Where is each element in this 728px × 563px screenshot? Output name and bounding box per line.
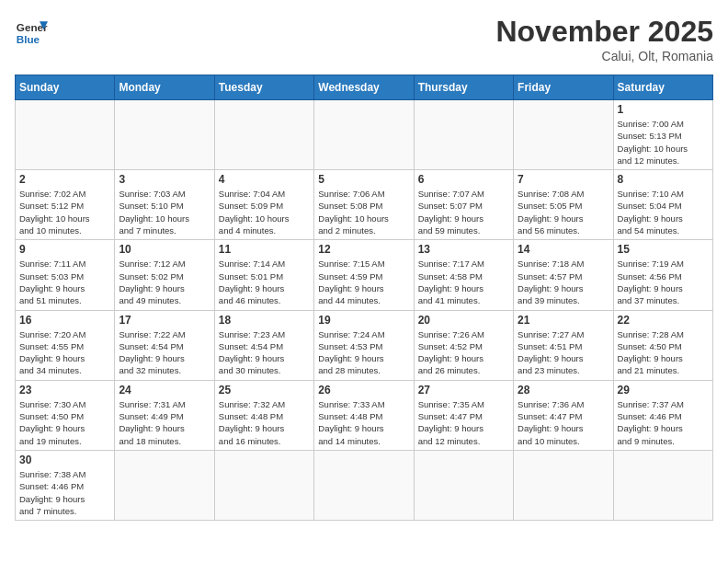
day-info: Sunrise: 7:07 AM Sunset: 5:07 PM Dayligh… [418,188,509,236]
calendar-day-empty [214,100,313,170]
day-number: 18 [219,314,310,327]
calendar-day-17: 17Sunrise: 7:22 AM Sunset: 4:54 PM Dayli… [115,310,214,380]
calendar-day-empty [613,450,712,520]
day-info: Sunrise: 7:32 AM Sunset: 4:48 PM Dayligh… [219,398,310,447]
calendar-day-empty [414,100,513,170]
day-info: Sunrise: 7:04 AM Sunset: 5:09 PM Dayligh… [219,188,310,236]
calendar-row-1: 2Sunrise: 7:02 AM Sunset: 5:12 PM Daylig… [16,170,713,240]
calendar-day-29: 29Sunrise: 7:37 AM Sunset: 4:46 PM Dayli… [613,380,712,450]
location: Calui, Olt, Romania [495,49,713,63]
calendar-day-6: 6Sunrise: 7:07 AM Sunset: 5:07 PM Daylig… [414,170,513,240]
day-info: Sunrise: 7:08 AM Sunset: 5:05 PM Dayligh… [518,188,609,236]
calendar-day-14: 14Sunrise: 7:18 AM Sunset: 4:57 PM Dayli… [514,240,613,310]
day-number: 22 [618,314,709,327]
calendar-day-30: 30Sunrise: 7:38 AM Sunset: 4:46 PM Dayli… [16,450,115,520]
day-info: Sunrise: 7:31 AM Sunset: 4:49 PM Dayligh… [119,398,210,447]
day-info: Sunrise: 7:06 AM Sunset: 5:08 PM Dayligh… [318,188,409,236]
day-info: Sunrise: 7:17 AM Sunset: 4:58 PM Dayligh… [418,258,509,306]
day-info: Sunrise: 7:18 AM Sunset: 4:57 PM Dayligh… [518,258,609,306]
calendar-day-empty [314,450,414,520]
weekday-header-sunday: Sunday [16,75,115,100]
weekday-header-friday: Friday [514,75,613,100]
calendar-day-empty [115,100,214,170]
day-info: Sunrise: 7:27 AM Sunset: 4:51 PM Dayligh… [518,328,609,377]
calendar-day-27: 27Sunrise: 7:35 AM Sunset: 4:47 PM Dayli… [414,380,513,450]
day-info: Sunrise: 7:20 AM Sunset: 4:55 PM Dayligh… [19,328,110,377]
day-number: 8 [618,173,709,186]
calendar-day-empty [514,450,613,520]
calendar-day-16: 16Sunrise: 7:20 AM Sunset: 4:55 PM Dayli… [16,310,115,380]
day-number: 11 [219,243,310,256]
calendar-row-4: 23Sunrise: 7:30 AM Sunset: 4:50 PM Dayli… [16,380,713,450]
day-number: 13 [418,243,509,256]
day-number: 27 [418,384,509,396]
day-number: 12 [318,243,409,256]
day-number: 19 [318,314,409,327]
day-number: 4 [219,173,310,186]
calendar-day-12: 12Sunrise: 7:15 AM Sunset: 4:59 PM Dayli… [314,240,414,310]
day-info: Sunrise: 7:36 AM Sunset: 4:47 PM Dayligh… [518,398,609,447]
month-title: November 2025 [495,15,713,49]
day-info: Sunrise: 7:11 AM Sunset: 5:03 PM Dayligh… [19,258,110,306]
day-number: 23 [19,384,110,396]
day-number: 17 [119,314,210,327]
calendar-day-empty [514,100,613,170]
day-info: Sunrise: 7:12 AM Sunset: 5:02 PM Dayligh… [119,258,210,306]
calendar-day-28: 28Sunrise: 7:36 AM Sunset: 4:47 PM Dayli… [514,380,613,450]
calendar-day-1: 1Sunrise: 7:00 AM Sunset: 5:13 PM Daylig… [613,100,712,170]
day-number: 28 [518,384,609,396]
logo: General Blue [15,15,48,48]
calendar-day-25: 25Sunrise: 7:32 AM Sunset: 4:48 PM Dayli… [214,380,313,450]
calendar-row-5: 30Sunrise: 7:38 AM Sunset: 4:46 PM Dayli… [16,450,713,520]
calendar-day-19: 19Sunrise: 7:24 AM Sunset: 4:53 PM Dayli… [314,310,414,380]
calendar-day-13: 13Sunrise: 7:17 AM Sunset: 4:58 PM Dayli… [414,240,513,310]
day-info: Sunrise: 7:00 AM Sunset: 5:13 PM Dayligh… [618,118,709,167]
day-number: 10 [119,243,210,256]
day-number: 15 [618,243,709,256]
page-header: General Blue November 2025 Calui, Olt, R… [15,15,713,63]
calendar-day-2: 2Sunrise: 7:02 AM Sunset: 5:12 PM Daylig… [16,170,115,240]
day-info: Sunrise: 7:26 AM Sunset: 4:52 PM Dayligh… [418,328,509,377]
calendar-row-3: 16Sunrise: 7:20 AM Sunset: 4:55 PM Dayli… [16,310,713,380]
weekday-header-row: SundayMondayTuesdayWednesdayThursdayFrid… [16,75,713,100]
weekday-header-monday: Monday [115,75,214,100]
calendar-day-22: 22Sunrise: 7:28 AM Sunset: 4:50 PM Dayli… [613,310,712,380]
day-number: 2 [19,173,110,186]
calendar-day-23: 23Sunrise: 7:30 AM Sunset: 4:50 PM Dayli… [16,380,115,450]
calendar-day-empty [314,100,414,170]
calendar-day-21: 21Sunrise: 7:27 AM Sunset: 4:51 PM Dayli… [514,310,613,380]
day-number: 5 [318,173,409,186]
calendar-day-7: 7Sunrise: 7:08 AM Sunset: 5:05 PM Daylig… [514,170,613,240]
day-info: Sunrise: 7:23 AM Sunset: 4:54 PM Dayligh… [219,328,310,377]
day-number: 6 [418,173,509,186]
calendar-table: SundayMondayTuesdayWednesdayThursdayFrid… [15,75,713,521]
weekday-header-saturday: Saturday [613,75,712,100]
calendar-day-11: 11Sunrise: 7:14 AM Sunset: 5:01 PM Dayli… [214,240,313,310]
day-info: Sunrise: 7:14 AM Sunset: 5:01 PM Dayligh… [219,258,310,306]
day-number: 9 [19,243,110,256]
day-number: 24 [119,384,210,396]
day-number: 14 [518,243,609,256]
day-number: 1 [618,103,709,116]
calendar-row-0: 1Sunrise: 7:00 AM Sunset: 5:13 PM Daylig… [16,100,713,170]
day-info: Sunrise: 7:19 AM Sunset: 4:56 PM Dayligh… [618,258,709,306]
calendar-day-empty [414,450,513,520]
calendar-day-15: 15Sunrise: 7:19 AM Sunset: 4:56 PM Dayli… [613,240,712,310]
calendar-day-empty [214,450,313,520]
calendar-row-2: 9Sunrise: 7:11 AM Sunset: 5:03 PM Daylig… [16,240,713,310]
weekday-header-wednesday: Wednesday [314,75,414,100]
day-number: 16 [19,314,110,327]
calendar-day-empty [16,100,115,170]
calendar-day-26: 26Sunrise: 7:33 AM Sunset: 4:48 PM Dayli… [314,380,414,450]
svg-text:Blue: Blue [17,33,40,45]
day-number: 30 [19,454,110,466]
day-info: Sunrise: 7:03 AM Sunset: 5:10 PM Dayligh… [119,188,210,236]
weekday-header-thursday: Thursday [414,75,513,100]
day-info: Sunrise: 7:38 AM Sunset: 4:46 PM Dayligh… [19,468,110,517]
day-number: 21 [518,314,609,327]
day-info: Sunrise: 7:37 AM Sunset: 4:46 PM Dayligh… [618,398,709,447]
day-number: 26 [318,384,409,396]
logo-icon: General Blue [15,15,48,48]
weekday-header-tuesday: Tuesday [214,75,313,100]
calendar-day-10: 10Sunrise: 7:12 AM Sunset: 5:02 PM Dayli… [115,240,214,310]
